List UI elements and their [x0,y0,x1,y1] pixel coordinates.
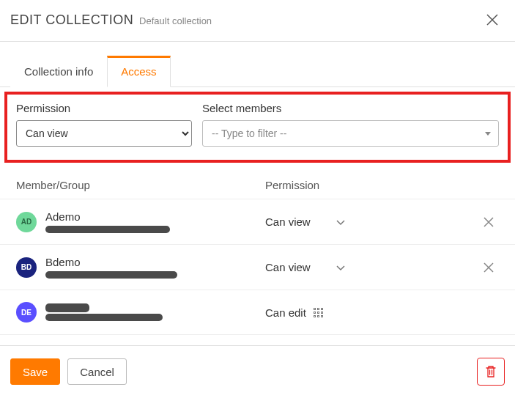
cancel-button[interactable]: Cancel [67,358,127,385]
member-detail-redacted [45,271,177,279]
dialog-title: EDIT COLLECTION [10,12,133,27]
member-info: Bdemo [45,256,265,279]
close-icon [483,216,494,228]
avatar: AD [16,212,37,232]
avatar: BD [16,257,37,278]
add-member-panel: Permission Can view Select members [4,92,511,163]
row-permission-value: Can edit [265,306,306,319]
member-detail-redacted [45,314,163,321]
title-wrap: EDIT COLLECTION Default collection [10,12,212,28]
close-icon [483,262,494,273]
permission-label: Permission [16,102,192,114]
chevron-down-icon [336,262,346,273]
dialog-footer: Save Cancel [0,345,515,397]
save-button[interactable]: Save [10,358,60,385]
table-row: BD Bdemo Can view [0,244,515,290]
permission-cell: Can view [265,261,478,273]
table-row: AD Ademo Can view [0,199,515,244]
close-button[interactable] [483,10,502,29]
tab-bar: Collection info Access [0,55,515,87]
permission-cell: Can edit [265,306,478,319]
member-name: Ademo [45,210,265,223]
row-permission-select[interactable]: Can view [265,261,346,273]
col-header-member: Member/Group [16,179,265,191]
remove-member-button[interactable] [478,257,499,278]
members-label: Select members [202,102,499,114]
avatar: DE [16,302,37,323]
row-permission-select[interactable]: Can view [265,215,346,228]
delete-button[interactable] [477,358,505,386]
trash-icon [485,365,497,378]
permission-cell: Can view [265,215,478,228]
member-detail-redacted [45,226,170,233]
permission-field: Permission Can view [16,102,192,147]
members-field: Select members [202,102,499,147]
remove-member-button[interactable] [478,212,499,232]
row-permission-value: Can view [265,261,311,273]
col-header-permission: Permission [265,179,499,191]
tab-collection-info[interactable]: Collection info [10,56,107,87]
dialog-header: EDIT COLLECTION Default collection [0,0,515,41]
chevron-down-icon [485,132,491,136]
chevron-down-icon [336,217,346,227]
close-icon [486,13,499,26]
row-permission-value: Can view [265,215,311,228]
divider [0,41,515,42]
members-combobox[interactable] [202,120,499,147]
dialog-subtitle: Default collection [139,15,212,26]
members-filter-input[interactable] [210,127,485,140]
table-row: DE Can edit [0,290,515,335]
member-info: Ademo [45,210,265,233]
table-header: Member/Group Permission [0,166,515,199]
permission-select[interactable]: Can view [16,120,192,147]
grid-icon [314,308,323,317]
tab-access[interactable]: Access [107,56,170,87]
member-info [45,303,265,321]
member-name: Bdemo [45,256,265,268]
member-name-redacted [45,303,89,312]
